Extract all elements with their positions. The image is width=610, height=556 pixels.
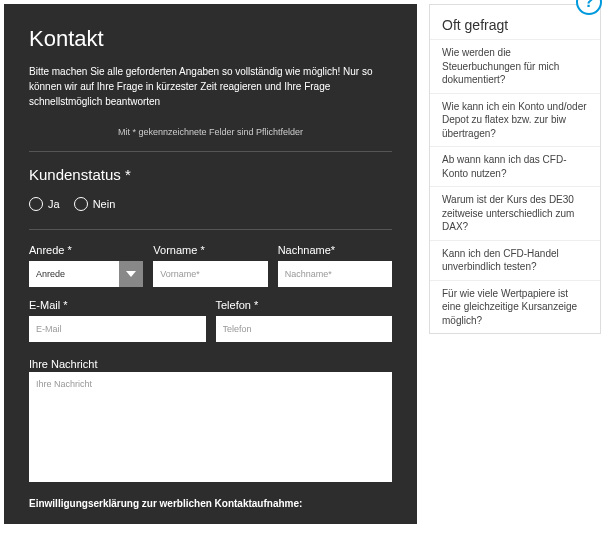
faq-item[interactable]: Wie werden die Steuerbuchungen für mich … — [430, 39, 600, 93]
contact-form: Kontakt Bitte machen Sie alle geforderte… — [4, 4, 417, 524]
firstname-label: Vorname * — [153, 244, 267, 256]
radio-no-label: Nein — [93, 198, 116, 210]
radio-no[interactable]: Nein — [74, 197, 116, 211]
message-group: Ihre Nachricht — [29, 354, 392, 486]
phone-label: Telefon * — [216, 299, 393, 311]
message-textarea[interactable] — [29, 372, 392, 482]
customer-status-radio-group: Ja Nein — [29, 197, 392, 211]
radio-circle-icon — [29, 197, 43, 211]
lastname-label: Nachname* — [278, 244, 392, 256]
required-note: Mit * gekennzeichnete Felder sind Pflich… — [29, 127, 392, 137]
firstname-input[interactable] — [153, 261, 267, 287]
radio-circle-icon — [74, 197, 88, 211]
email-input[interactable] — [29, 316, 206, 342]
faq-item[interactable]: Ab wann kann ich das CFD-Konto nutzen? — [430, 146, 600, 186]
radio-yes[interactable]: Ja — [29, 197, 60, 211]
phone-input[interactable] — [216, 316, 393, 342]
faq-sidebar: ? Oft gefragt Wie werden die Steuerbuchu… — [429, 4, 601, 334]
divider — [29, 151, 392, 152]
phone-group: Telefon * — [216, 299, 393, 342]
faq-item[interactable]: Wie kann ich ein Konto und/oder Depot zu… — [430, 93, 600, 147]
faq-item[interactable]: Kann ich den CFD-Handel unverbindlich te… — [430, 240, 600, 280]
email-label: E-Mail * — [29, 299, 206, 311]
consent-heading: Einwilligungserklärung zur werblichen Ko… — [29, 498, 392, 509]
faq-item[interactable]: Für wie viele Wertpapiere ist eine gleic… — [430, 280, 600, 334]
firstname-group: Vorname * — [153, 244, 267, 287]
sidebar-title: Oft gefragt — [430, 5, 600, 39]
intro-text: Bitte machen Sie alle geforderten Angabe… — [29, 64, 392, 109]
salutation-value: Anrede — [29, 261, 119, 287]
email-group: E-Mail * — [29, 299, 206, 342]
salutation-label: Anrede * — [29, 244, 143, 256]
salutation-select[interactable]: Anrede — [29, 261, 143, 287]
message-label: Ihre Nachricht — [29, 358, 97, 370]
faq-list: Wie werden die Steuerbuchungen für mich … — [430, 39, 600, 333]
faq-item[interactable]: Warum ist der Kurs des DE30 zeitweise un… — [430, 186, 600, 240]
chevron-down-icon — [119, 261, 143, 287]
customer-status-heading: Kundenstatus * — [29, 166, 392, 183]
salutation-group: Anrede * Anrede — [29, 244, 143, 287]
divider — [29, 229, 392, 230]
page-title: Kontakt — [29, 26, 392, 52]
lastname-input[interactable] — [278, 261, 392, 287]
lastname-group: Nachname* — [278, 244, 392, 287]
radio-yes-label: Ja — [48, 198, 60, 210]
